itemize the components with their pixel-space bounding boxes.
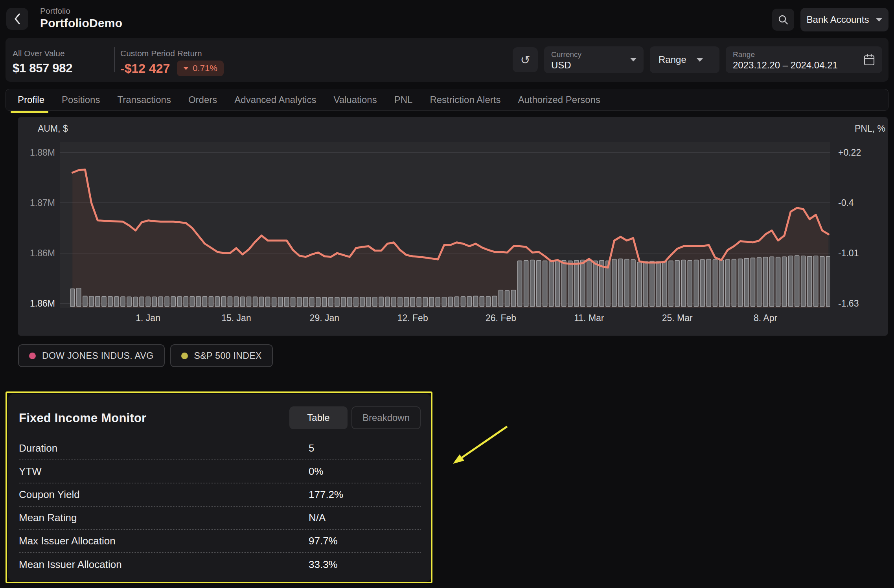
row-label: Mean Rating [19,512,77,524]
row-label: YTW [19,465,42,478]
portfolio-dashboard: { "header": { "breadcrumb": "Portfolio",… [0,0,894,588]
tab-authorized-persons[interactable]: Authorized Persons [518,94,600,105]
custom-period-return-label: Custom Period Return [120,49,224,58]
table-row-coupon-yield: Coupon Yield177.2% [19,483,421,507]
x-axis-label: 11. Mar [574,313,604,323]
page-title: PortfolioDemo [40,17,122,30]
right-axis-tick: -0.4 [838,197,885,208]
row-value: 0% [309,465,324,478]
left-axis-tick: 1.86M [21,248,55,259]
summary-bar: All Over Value $1 857 982 Custom Period … [6,38,888,82]
chart-plot-area[interactable] [60,142,830,308]
tab-transactions[interactable]: Transactions [117,94,171,105]
calendar-icon [863,53,875,66]
tab-valuations[interactable]: Valuations [333,94,377,105]
row-value: 33.3% [309,559,338,571]
search-icon [778,14,789,25]
chevron-down-icon [697,58,703,62]
aum-pnl-chart [60,142,830,308]
legend-chip-s-p-500-index[interactable]: S&P 500 INDEX [170,344,273,367]
fixed-income-title: Fixed Income Monitor [19,411,146,425]
view-toggle: TableBreakdown [289,406,421,429]
left-axis-tick: 1.86M [21,298,55,309]
tab-positions[interactable]: Positions [62,94,100,105]
currency-value: USD [551,60,622,71]
row-value: 5 [309,442,314,454]
date-range-label: Range [733,50,861,59]
table-row-max-issuer-allocation: Max Issuer Allocation97.7% [19,530,421,553]
tab-restriction-alerts[interactable]: Restriction Alerts [430,94,500,105]
breadcrumb: Portfolio [40,6,70,16]
tab-orders[interactable]: Orders [188,94,217,105]
table-row-mean-issuer-allocation: Mean Issuer Allocation33.3% [19,553,421,576]
tab-advanced-analytics[interactable]: Advanced Analytics [234,94,316,105]
row-label: Mean Issuer Allocation [19,559,122,571]
search-button[interactable] [772,9,794,31]
chevron-down-icon [876,18,882,22]
legend-label: S&P 500 INDEX [194,351,262,361]
tab-profile[interactable]: Profile [18,94,44,105]
divider [114,47,115,72]
row-value: N/A [309,512,326,524]
table-row-ytw: YTW0% [19,460,421,483]
refresh-button[interactable]: ↺ [513,47,538,72]
x-axis-label: 8. Apr [754,313,777,323]
back-button[interactable] [6,8,28,30]
refresh-icon: ↺ [520,53,530,67]
row-label: Duration [19,442,57,454]
tab-pnl[interactable]: PNL [394,94,413,105]
return-percent-badge: 0.71% [177,61,223,76]
row-value: 97.7% [309,535,338,547]
chevron-down-icon [630,58,636,62]
active-tab-indicator [11,111,48,113]
row-label: Coupon Yield [19,489,80,501]
x-axis-label: 1. Jan [136,313,160,323]
currency-dropdown[interactable]: Currency USD [544,46,644,73]
bank-accounts-dropdown[interactable]: Bank Accounts [800,8,888,31]
all-over-value: $1 857 982 [13,61,72,75]
chart-legend: DOW JONES INDUS. AVGS&P 500 INDEX [18,344,273,367]
return-percent: 0.71% [193,63,217,74]
left-axis-tick: 1.88M [21,147,55,158]
range-preset-dropdown[interactable]: Range [650,46,719,73]
legend-dot [29,353,36,359]
legend-dot [181,353,188,359]
currency-label: Currency [551,50,622,59]
left-axis-tick: 1.87M [21,197,55,208]
date-range-field[interactable]: Range 2023.12.20 – 2024.04.21 [726,46,882,73]
breakdown-view-button[interactable]: Breakdown [351,406,421,429]
tabs: ProfilePositionsTransactionsOrdersAdvanc… [6,89,888,110]
x-axis-label: 15. Jan [221,313,251,323]
triangle-down-icon [183,67,189,70]
fixed-income-table: Duration5YTW0%Coupon Yield177.2%Mean Rat… [19,437,421,576]
table-row-mean-rating: Mean RatingN/A [19,507,421,530]
right-axis-tick: -1.63 [838,298,885,309]
table-row-duration: Duration5 [19,437,421,460]
right-axis-tick: +0.22 [838,147,885,158]
chevron-left-icon [13,13,21,25]
x-axis-label: 29. Jan [310,313,339,323]
table-view-button[interactable]: Table [289,406,348,429]
row-label: Max Issuer Allocation [19,535,116,547]
all-over-value-label: All Over Value [13,49,72,58]
x-axis-label: 12. Feb [397,313,428,323]
legend-chip-dow-jones-indus-avg[interactable]: DOW JONES INDUS. AVG [18,344,165,367]
custom-period-return-value: -$12 427 [120,61,170,76]
fixed-income-monitor-card: Fixed Income Monitor TableBreakdown Dura… [8,394,432,582]
bank-accounts-label: Bank Accounts [807,14,869,25]
x-axis-label: 26. Feb [486,313,516,323]
legend-label: DOW JONES INDUS. AVG [42,351,154,361]
right-axis-tick: -1.01 [838,248,885,259]
date-range-value: 2023.12.20 – 2024.04.21 [733,60,861,71]
range-preset-label: Range [659,54,686,65]
left-axis-title: AUM, $ [38,123,68,134]
row-value: 177.2% [309,489,343,501]
x-axis-label: 25. Mar [662,313,693,323]
performance-chart-panel: AUM, $ PNL, % 1.88M1.87M1.86M1.86M +0.22… [18,117,888,336]
tab-bar: ProfilePositionsTransactionsOrdersAdvanc… [6,89,888,111]
right-axis-title: PNL, % [837,123,885,134]
